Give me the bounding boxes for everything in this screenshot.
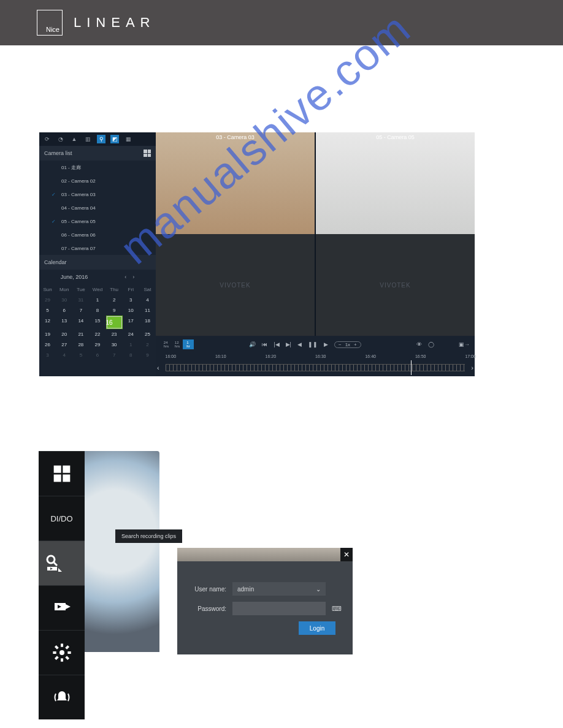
calendar-day[interactable]: 16 bbox=[106, 316, 123, 329]
camera-list-item[interactable]: 02 - Camera 02 bbox=[39, 174, 156, 188]
svg-line-19 bbox=[55, 657, 58, 659]
camera-list-item[interactable]: 07 - Camera 07 bbox=[39, 241, 156, 255]
video-feed-2[interactable]: 05 - Camera 05 bbox=[316, 132, 475, 234]
calendar-day[interactable]: 3 bbox=[123, 295, 139, 305]
calendar-day[interactable]: 24 bbox=[123, 329, 139, 339]
camera-list-item[interactable]: 06 - Camera 06 bbox=[39, 228, 156, 241]
video-feed-1[interactable]: 03 - Camera 03 bbox=[156, 132, 315, 234]
calendar-day[interactable]: 30 bbox=[106, 339, 123, 350]
calendar-day[interactable]: 2 bbox=[139, 339, 156, 350]
calendar-day[interactable]: 1 bbox=[89, 295, 105, 305]
calendar-day[interactable]: 8 bbox=[123, 350, 139, 360]
calendar-day[interactable]: 3 bbox=[39, 350, 56, 360]
camera-label: 01 - 走廊 bbox=[61, 164, 81, 171]
svg-line-5 bbox=[53, 562, 57, 566]
calendar-day[interactable]: 8 bbox=[89, 305, 105, 316]
calendar-day[interactable]: 19 bbox=[39, 329, 56, 339]
calendar-day[interactable]: 6 bbox=[56, 305, 72, 316]
keyboard-icon[interactable]: ⌨ bbox=[332, 605, 342, 613]
cal-next-icon[interactable]: › bbox=[132, 274, 134, 280]
calendar-day[interactable]: 31 bbox=[72, 295, 89, 305]
calendar-day[interactable]: 9 bbox=[106, 305, 123, 316]
play-reverse-icon[interactable]: ◀ bbox=[297, 341, 302, 347]
calendar-day[interactable]: 29 bbox=[89, 339, 105, 350]
timescale-selector[interactable]: 24hrs12hrs1hr bbox=[161, 339, 194, 349]
calendar-day[interactable]: 14 bbox=[72, 316, 89, 329]
username-select[interactable]: admin ⌄ bbox=[232, 582, 326, 596]
prev-frame-icon[interactable]: |◀ bbox=[274, 341, 279, 347]
calendar-day[interactable]: 23 bbox=[106, 329, 123, 339]
timescale-option[interactable]: 12hrs bbox=[172, 339, 183, 349]
calendar-day[interactable]: 25 bbox=[139, 329, 156, 339]
calendar-day[interactable]: 27 bbox=[56, 339, 72, 350]
close-icon[interactable]: ✕ bbox=[340, 548, 353, 561]
calendar-grid: SunMonTueWedThuFriSat2930311234567891011… bbox=[39, 284, 156, 360]
calendar-day[interactable]: 17 bbox=[123, 316, 139, 329]
clock-icon[interactable]: ◔ bbox=[56, 135, 65, 143]
calendar-day[interactable]: 9 bbox=[139, 350, 156, 360]
calendar-day[interactable]: 5 bbox=[39, 305, 56, 316]
calendar-day[interactable]: 11 bbox=[139, 305, 156, 316]
calendar-day[interactable]: 10 bbox=[123, 305, 139, 316]
camera-list-item[interactable]: ✓03 - Camera 03 bbox=[39, 188, 156, 201]
vertical-toolbar-screenshot: DI/DO Search recording clips bbox=[39, 451, 159, 719]
play-icon[interactable]: ▶ bbox=[324, 341, 328, 347]
camera-list-item[interactable]: 01 - 走廊 bbox=[39, 161, 156, 174]
calendar-day[interactable]: 21 bbox=[72, 329, 89, 339]
layout-button[interactable] bbox=[39, 451, 85, 496]
export-icon[interactable]: ▣→ bbox=[459, 341, 470, 347]
video-feed-3[interactable]: VIVOTEK bbox=[156, 234, 315, 336]
calendar-day[interactable]: 20 bbox=[56, 329, 72, 339]
calendar-day[interactable]: 15 bbox=[89, 316, 105, 329]
calendar-dow: Wed bbox=[89, 284, 105, 295]
calendar-day[interactable]: 7 bbox=[72, 305, 89, 316]
motion-icon[interactable]: ◩ bbox=[110, 135, 119, 143]
snapshot-icon[interactable]: 👁 bbox=[416, 341, 422, 347]
skip-back-icon[interactable]: ⏮ bbox=[262, 341, 267, 347]
calendar-day[interactable]: 1 bbox=[123, 339, 139, 350]
timescale-option[interactable]: 24hrs bbox=[161, 339, 172, 349]
refresh-icon[interactable]: ⟳ bbox=[43, 135, 52, 143]
export-clips-button[interactable] bbox=[39, 585, 85, 630]
speed-pill[interactable]: −1x+ bbox=[334, 341, 361, 348]
calendar-day[interactable]: 6 bbox=[89, 350, 105, 360]
login-titlebar[interactable]: ✕ bbox=[177, 548, 353, 561]
timeline-left-icon[interactable]: ‹ bbox=[157, 364, 159, 371]
timeline-right-icon[interactable]: › bbox=[471, 364, 473, 371]
dido-button[interactable]: DI/DO bbox=[39, 496, 85, 540]
bell-icon[interactable]: ▲ bbox=[70, 135, 79, 143]
video-feed-4[interactable]: VIVOTEK bbox=[316, 234, 475, 336]
calendar-day[interactable]: 30 bbox=[56, 295, 72, 305]
grid-small-icon[interactable]: ▦ bbox=[124, 135, 132, 143]
timescale-option[interactable]: 1hr bbox=[183, 339, 194, 349]
cal-prev-icon[interactable]: ‹ bbox=[124, 274, 126, 280]
calendar-day[interactable]: 28 bbox=[72, 339, 89, 350]
search-clips-button[interactable] bbox=[39, 540, 85, 585]
camera-list-item[interactable]: 04 - Camera 04 bbox=[39, 201, 156, 214]
login-button[interactable]: Login bbox=[299, 621, 335, 635]
timeline[interactable]: 16:0016:1016:2016:3016:4016:5017:00 ‹ › bbox=[156, 353, 475, 376]
calendar-day[interactable]: 4 bbox=[139, 295, 156, 305]
calendar-day[interactable]: 5 bbox=[72, 350, 89, 360]
person-icon[interactable]: ⚲ bbox=[97, 135, 105, 143]
calendar-day[interactable]: 18 bbox=[139, 316, 156, 329]
calendar-day[interactable]: 2 bbox=[106, 295, 123, 305]
fisheye-icon[interactable]: ◯ bbox=[428, 341, 434, 347]
calendar-day[interactable]: 7 bbox=[106, 350, 123, 360]
calendar-day[interactable]: 12 bbox=[39, 316, 56, 329]
volume-icon[interactable]: 🔊 bbox=[249, 341, 256, 347]
calendar-month-nav: June, 2016 ‹› bbox=[39, 270, 156, 284]
grid-icon[interactable] bbox=[144, 150, 151, 157]
alarm-button[interactable] bbox=[39, 675, 85, 719]
pause-icon[interactable]: ❚❚ bbox=[308, 341, 318, 347]
car-icon[interactable]: ▥ bbox=[83, 135, 92, 143]
calendar-day[interactable]: 26 bbox=[39, 339, 56, 350]
calendar-day[interactable]: 13 bbox=[56, 316, 72, 329]
calendar-day[interactable]: 29 bbox=[39, 295, 56, 305]
next-frame-icon[interactable]: ▶| bbox=[286, 341, 291, 347]
calendar-day[interactable]: 22 bbox=[89, 329, 105, 339]
settings-button[interactable] bbox=[39, 630, 85, 675]
camera-list-item[interactable]: ✓05 - Camera 05 bbox=[39, 214, 156, 228]
calendar-day[interactable]: 4 bbox=[56, 350, 72, 360]
password-field[interactable] bbox=[232, 602, 326, 615]
